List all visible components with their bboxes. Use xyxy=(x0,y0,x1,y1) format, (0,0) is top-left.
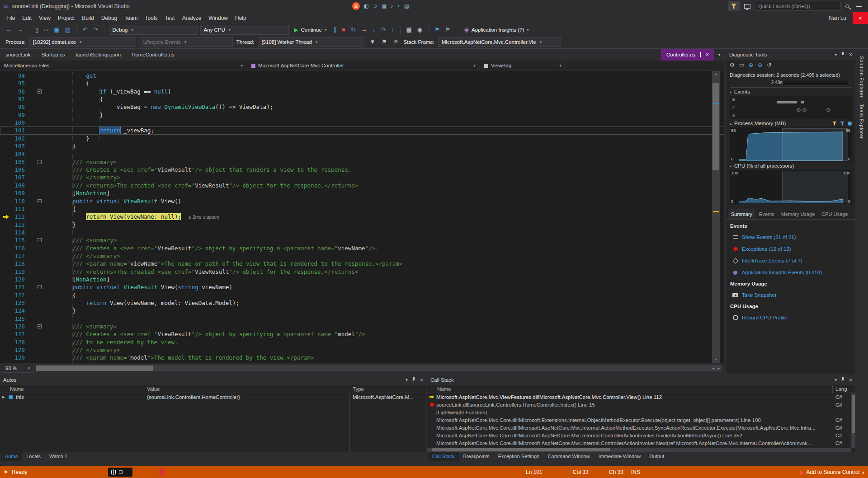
menu-team[interactable]: Team xyxy=(121,12,141,24)
breakpoints-window-icon[interactable]: ◉ xyxy=(416,25,424,35)
ime-language-icon[interactable] xyxy=(111,470,116,474)
outlining-margin[interactable] xyxy=(36,346,45,354)
selection-margin[interactable] xyxy=(29,221,36,229)
breakpoint-margin[interactable] xyxy=(0,221,11,229)
outlining-margin[interactable] xyxy=(36,330,45,338)
breadcrumb-type-select[interactable]: Microsoft.AspNetCore.Mvc.Controller ▾ xyxy=(247,61,480,70)
breadcrumb-member-select[interactable]: ViewBag ▾ xyxy=(480,61,566,70)
breakpoint-margin[interactable] xyxy=(0,307,11,314)
menu-file[interactable]: File xyxy=(3,12,19,24)
menu-project[interactable]: Project xyxy=(54,12,78,24)
outlining-margin[interactable] xyxy=(36,189,45,197)
scroll-up-icon[interactable]: ▴ xyxy=(712,71,720,77)
pin-icon[interactable] xyxy=(841,377,845,383)
selection-margin[interactable] xyxy=(29,236,36,244)
call-stack-frame[interactable]: [Lightweight Function] xyxy=(427,408,855,416)
scrollbar-thumb[interactable] xyxy=(712,83,719,170)
diagnostic-tools-header[interactable]: Diagnostic Tools ▾ × xyxy=(726,50,855,60)
outlining-margin[interactable] xyxy=(36,213,45,220)
expander-icon[interactable]: ▶ xyxy=(2,395,9,399)
selection-margin[interactable] xyxy=(29,150,36,158)
immediate-window-icon[interactable]: ▤ xyxy=(405,25,413,35)
selection-margin[interactable] xyxy=(29,244,36,252)
outlining-margin[interactable]: − xyxy=(36,236,45,244)
selection-margin[interactable] xyxy=(29,330,36,338)
outlining-margin[interactable] xyxy=(36,252,45,260)
pin-icon[interactable] xyxy=(698,52,703,57)
breakpoint-margin[interactable] xyxy=(0,283,11,291)
tab-output[interactable]: Output xyxy=(645,452,668,461)
summary-item[interactable]: IntelliTrace Events (7 of 7) xyxy=(726,255,855,267)
summary-link[interactable]: Application Insights Events (0 of 0) xyxy=(742,270,822,275)
breakpoint-margin[interactable] xyxy=(0,330,11,338)
close-icon[interactable]: × xyxy=(849,377,852,383)
selection-margin[interactable] xyxy=(29,315,36,323)
selection-margin[interactable] xyxy=(29,346,36,354)
breakpoint-margin[interactable] xyxy=(0,338,11,346)
selection-margin[interactable] xyxy=(29,103,36,111)
fold-collapse-icon[interactable]: − xyxy=(38,160,42,164)
close-button[interactable]: × xyxy=(853,12,868,24)
fold-collapse-icon[interactable]: − xyxy=(38,89,42,94)
window-position-icon[interactable]: ▾ xyxy=(406,378,408,382)
cpu-chart[interactable]: 100 0 100 0 xyxy=(730,170,852,204)
break-all-icon[interactable]: ∥ xyxy=(332,25,338,35)
settings-gear-icon[interactable]: ⚙ xyxy=(730,60,735,70)
scroll-left-icon[interactable]: ◂ xyxy=(712,365,714,371)
outlining-margin[interactable] xyxy=(36,142,45,150)
cpu-section-header[interactable]: ▴ CPU (% of all processors) xyxy=(726,162,855,170)
tab-watch-1[interactable]: Watch 1 xyxy=(45,452,71,461)
outlining-margin[interactable] xyxy=(36,182,45,189)
summary-item[interactable]: Exceptions (12 of 12) xyxy=(726,243,855,255)
column-value[interactable]: Value xyxy=(147,385,160,393)
continue-button[interactable]: ▶ Continue ▾ xyxy=(292,25,330,35)
flag-thread-icon[interactable]: ⚑ xyxy=(380,37,388,47)
pin-icon[interactable] xyxy=(412,377,416,383)
selection-margin[interactable] xyxy=(29,142,36,150)
breakpoint-margin[interactable] xyxy=(0,111,11,119)
memory-filter-icon[interactable] xyxy=(832,122,837,126)
selection-margin[interactable] xyxy=(29,276,36,283)
outlining-margin[interactable] xyxy=(36,354,45,361)
fold-collapse-icon[interactable]: − xyxy=(38,238,42,242)
breakpoint-margin[interactable] xyxy=(0,182,11,189)
tab-call-stack[interactable]: Call Stack xyxy=(428,452,459,461)
outlining-margin[interactable] xyxy=(36,150,45,158)
breakpoint-margin[interactable] xyxy=(0,158,11,166)
events-track[interactable]: ▦ ◇ ◍ xyxy=(730,96,852,119)
summary-item[interactable]: Show Events (21 of 21) xyxy=(726,231,855,243)
ime-icon[interactable]: ▦ xyxy=(382,3,387,9)
menu-view[interactable]: View xyxy=(35,12,54,24)
selection-margin[interactable] xyxy=(29,291,36,299)
breakpoint-margin[interactable] xyxy=(0,268,11,276)
ime-icon[interactable]: ▤ xyxy=(404,3,409,9)
bookmark-icon[interactable]: ⚑ xyxy=(433,25,441,35)
breakpoint-margin[interactable] xyxy=(0,205,11,213)
side-tab-team-explorer[interactable]: Team Explorer xyxy=(859,104,864,139)
doc-tab-homecontroller-cs[interactable]: HomeController.cs xyxy=(126,49,180,61)
pin-icon[interactable] xyxy=(841,52,845,57)
selection-margin[interactable] xyxy=(29,95,36,103)
breakpoint-margin[interactable] xyxy=(0,135,11,142)
column-type[interactable]: Type xyxy=(353,385,364,393)
diag-tab-summary[interactable]: Summary xyxy=(728,209,755,219)
menu-test[interactable]: Test xyxy=(161,12,179,24)
ime-status-overlay[interactable] xyxy=(108,468,132,477)
summary-link[interactable]: IntelliTrace Events (7 of 7) xyxy=(742,258,802,263)
breakpoint-margin[interactable] xyxy=(0,276,11,283)
selection-margin[interactable] xyxy=(29,166,36,173)
editor-horizontal-scrollbar[interactable]: ◂ ▸ xyxy=(36,365,722,371)
timeline-ruler[interactable]: 2.48s xyxy=(730,80,852,88)
outlining-margin[interactable] xyxy=(36,103,45,111)
breakpoint-margin[interactable] xyxy=(0,260,11,267)
outlining-margin[interactable] xyxy=(36,205,45,213)
ime-mode-icon[interactable] xyxy=(119,470,123,474)
search-icon[interactable] xyxy=(845,5,849,8)
breakpoint-margin[interactable] xyxy=(0,142,11,150)
window-position-icon[interactable]: ▾ xyxy=(835,378,837,382)
selection-margin[interactable] xyxy=(29,338,36,346)
outlining-margin[interactable]: − xyxy=(36,197,45,205)
collapse-icon[interactable]: ▴ xyxy=(730,122,731,126)
events-section-header[interactable]: ▴ Events xyxy=(726,88,855,96)
outlining-margin[interactable] xyxy=(36,315,45,323)
